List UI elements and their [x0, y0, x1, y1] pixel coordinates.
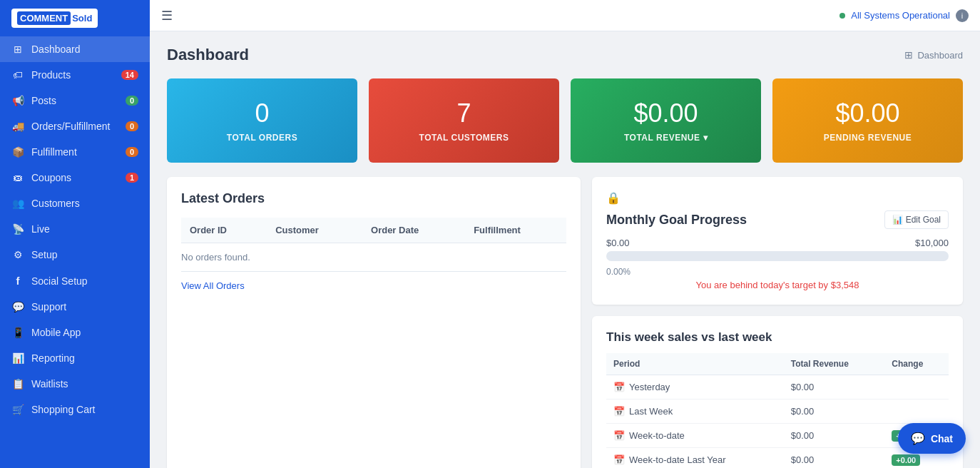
stat-card-revenue[interactable]: $0.00 TOTAL REVENUE ▾ — [571, 78, 761, 163]
stat-value-customers: 7 — [456, 98, 471, 128]
reporting-icon: 📊 — [11, 352, 24, 364]
stat-value-revenue: $0.00 — [633, 98, 698, 128]
weekly-period-3: 📅Week-to-date Last Year — [606, 448, 784, 469]
edit-goal-label: Edit Goal — [906, 215, 941, 225]
revenue-dropdown-icon: ▾ — [703, 133, 708, 143]
chat-label: Chat — [931, 433, 953, 444]
info-icon[interactable]: i — [956, 9, 969, 22]
sidebar-item-orders[interactable]: 🚚 Orders/Fulfillment 0 — [0, 113, 150, 139]
main-area: ☰ All Systems Operational i Dashboard ⊞ … — [150, 0, 980, 468]
cal-icon: 📅 — [613, 406, 625, 417]
posts-badge: 0 — [126, 96, 138, 106]
waitlists-icon: 📋 — [11, 378, 24, 390]
social-icon: f — [11, 275, 24, 287]
cal-icon: 📅 — [613, 454, 625, 465]
sidebar-label-orders: Orders/Fulfillment — [31, 121, 110, 132]
goal-title: Monthly Goal Progress — [606, 213, 747, 228]
breadcrumb-label: Dashboard — [917, 50, 963, 61]
logo: COMMENT Sold — [0, 0, 150, 36]
products-badge: 14 — [121, 70, 138, 80]
weekly-change-0 — [884, 375, 949, 400]
stat-card-orders: 0 TOTAL ORDERS — [167, 78, 357, 163]
weekly-row: 📅Last Week $0.00 — [606, 400, 949, 424]
col-order-id: Order ID — [181, 218, 267, 243]
weekly-revenue-3: $0.00 — [784, 448, 885, 469]
col-fulfillment: Fulfillment — [465, 218, 566, 243]
sidebar-label-posts: Posts — [31, 95, 56, 106]
sidebar-item-setup[interactable]: ⚙ Setup — [0, 242, 150, 268]
monthly-goal-card: 🔒 Monthly Goal Progress 📊 Edit Goal $0.0… — [592, 177, 963, 305]
logo-sold: Sold — [72, 13, 92, 24]
weekly-sales-table: Period Total Revenue Change 📅Yesterday $… — [606, 353, 949, 468]
breadcrumb: ⊞ Dashboard — [904, 49, 963, 61]
status-link[interactable]: All Systems Operational — [851, 10, 950, 21]
stat-card-customers: 7 TOTAL CUSTOMERS — [369, 78, 559, 163]
weekly-revenue-0: $0.00 — [784, 375, 885, 400]
sidebar-item-fulfillment[interactable]: 📦 Fulfillment 0 — [0, 139, 150, 165]
sidebar-item-products[interactable]: 🏷 Products 14 — [0, 62, 150, 88]
cart-icon: 🛒 — [11, 404, 24, 415]
sidebar-label-setup: Setup — [31, 249, 58, 260]
sidebar-label-waitlists: Waitlists — [31, 378, 68, 390]
sidebar-label-dashboard: Dashboard — [31, 44, 81, 55]
sidebar-label-customers: Customers — [31, 198, 80, 209]
sidebar-item-posts[interactable]: 📢 Posts 0 — [0, 88, 150, 113]
weekly-row: 📅Week-to-date $0.00 +0.00 — [606, 424, 949, 448]
stat-label-orders: TOTAL ORDERS — [227, 133, 297, 143]
coupons-icon: 🎟 — [11, 172, 24, 183]
posts-icon: 📢 — [11, 95, 24, 106]
weekly-sales-title: This week sales vs last week — [606, 330, 949, 345]
sidebar-item-dashboard[interactable]: ⊞ Dashboard — [0, 36, 150, 62]
sidebar-item-social[interactable]: f Social Setup — [0, 268, 150, 294]
two-col-layout: Latest Orders Order ID Customer Order Da… — [167, 177, 963, 468]
weekly-period-0: 📅Yesterday — [606, 375, 784, 400]
weekly-revenue-2: $0.00 — [784, 424, 885, 448]
dashboard-icon: ⊞ — [11, 44, 24, 55]
sidebar-item-support[interactable]: 💬 Support — [0, 294, 150, 320]
weekly-change-1 — [884, 400, 949, 424]
cal-icon: 📅 — [613, 382, 625, 392]
lock-icon: 🔒 — [606, 191, 949, 205]
sidebar-item-cart[interactable]: 🛒 Shopping Cart — [0, 397, 150, 422]
sidebar-item-customers[interactable]: 👥 Customers — [0, 190, 150, 216]
sidebar-label-cart: Shopping Cart — [31, 404, 96, 415]
customers-icon: 👥 — [11, 198, 24, 209]
edit-goal-button[interactable]: 📊 Edit Goal — [884, 210, 949, 229]
weekly-period-2: 📅Week-to-date — [606, 424, 784, 448]
sidebar-item-mobile[interactable]: 📱 Mobile App — [0, 320, 150, 345]
chat-button[interactable]: 💬 Chat — [898, 423, 966, 454]
goal-percent: 0.00% — [606, 267, 949, 277]
orders-icon: 🚚 — [11, 121, 24, 132]
page-title: Dashboard — [167, 46, 249, 64]
support-icon: 💬 — [11, 301, 24, 312]
fulfillment-badge: 0 — [126, 147, 138, 157]
sidebar-label-social: Social Setup — [31, 275, 88, 287]
latest-orders-card: Latest Orders Order ID Customer Order Da… — [167, 177, 581, 468]
live-icon: 📡 — [11, 223, 24, 235]
fulfillment-icon: 📦 — [11, 146, 24, 158]
sidebar-label-mobile: Mobile App — [31, 327, 81, 338]
no-orders-row: No orders found. — [181, 243, 566, 272]
stat-label-revenue: TOTAL REVENUE ▾ — [624, 133, 708, 143]
weekly-table-header: Period Total Revenue Change — [606, 353, 949, 375]
stat-label-customers: TOTAL CUSTOMERS — [419, 133, 509, 143]
sidebar-label-support: Support — [31, 301, 66, 312]
weekly-row: 📅Week-to-date Last Year $0.00 +0.00 — [606, 448, 949, 469]
sidebar-item-live[interactable]: 📡 Live — [0, 216, 150, 242]
orders-table-header: Order ID Customer Order Date Fulfillment — [181, 218, 566, 243]
status-indicator — [839, 13, 845, 19]
sidebar-item-reporting[interactable]: 📊 Reporting — [0, 345, 150, 371]
view-all-orders-link[interactable]: View All Orders — [181, 280, 245, 291]
weekly-col-revenue: Total Revenue — [784, 353, 885, 375]
orders-badge: 0 — [126, 121, 138, 131]
stat-label-pending: PENDING REVENUE — [824, 133, 912, 143]
sidebar-label-fulfillment: Fulfillment — [31, 146, 77, 158]
sidebar-label-live: Live — [31, 223, 50, 235]
chat-icon: 💬 — [911, 432, 925, 445]
stats-row: 0 TOTAL ORDERS 7 TOTAL CUSTOMERS $0.00 T… — [167, 78, 963, 163]
mobile-icon: 📱 — [11, 327, 24, 338]
sidebar-item-waitlists[interactable]: 📋 Waitlists — [0, 371, 150, 397]
menu-toggle[interactable]: ☰ — [161, 8, 173, 24]
sidebar-label-products: Products — [31, 69, 71, 81]
sidebar-item-coupons[interactable]: 🎟 Coupons 1 — [0, 165, 150, 190]
